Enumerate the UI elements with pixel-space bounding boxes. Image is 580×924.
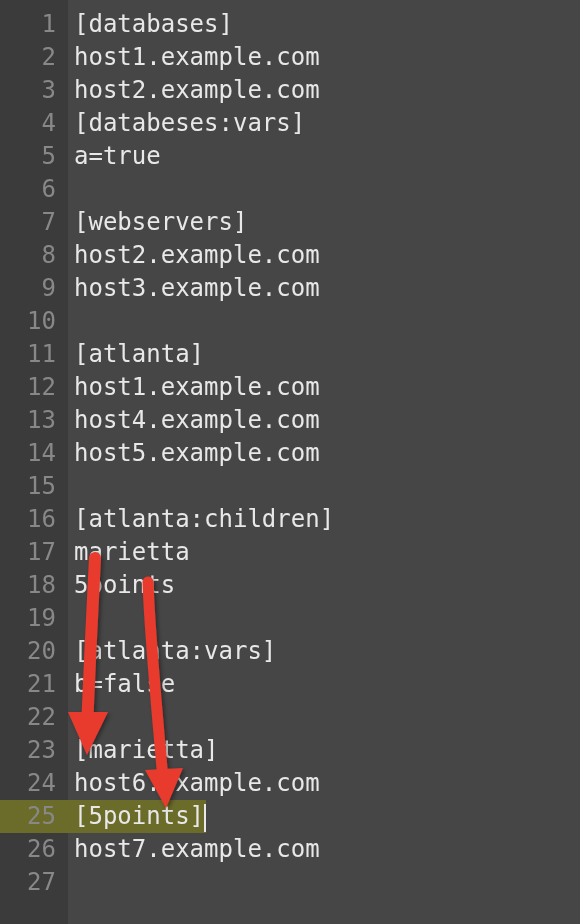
code-line[interactable]: marietta — [68, 536, 580, 569]
line-number: 3 — [0, 74, 68, 107]
code-line[interactable] — [68, 602, 580, 635]
code-line[interactable]: host7.example.com — [68, 833, 580, 866]
line-number: 6 — [0, 173, 68, 206]
code-line[interactable]: [webservers] — [68, 206, 580, 239]
code-line[interactable]: host6.example.com — [68, 767, 580, 800]
code-line[interactable]: b=false — [68, 668, 580, 701]
code-line[interactable]: host2.example.com — [68, 74, 580, 107]
code-line[interactable]: [atlanta] — [68, 338, 580, 371]
code-line[interactable]: [marietta] — [68, 734, 580, 767]
code-line[interactable]: host1.example.com — [68, 371, 580, 404]
line-number-gutter: 1 2 3 4 5 6 7 8 9 10 11 12 13 14 15 16 1… — [0, 0, 68, 924]
line-number: 13 — [0, 404, 68, 437]
code-editor[interactable]: 1 2 3 4 5 6 7 8 9 10 11 12 13 14 15 16 1… — [0, 0, 580, 924]
code-line[interactable]: host5.example.com — [68, 437, 580, 470]
code-line[interactable]: 5points — [68, 569, 580, 602]
line-number: 10 — [0, 305, 68, 338]
code-line[interactable]: host2.example.com — [68, 239, 580, 272]
line-number: 9 — [0, 272, 68, 305]
code-line[interactable]: host3.example.com — [68, 272, 580, 305]
line-number: 20 — [0, 635, 68, 668]
code-line-current[interactable]: [5points] — [68, 800, 580, 833]
line-number: 16 — [0, 503, 68, 536]
code-line[interactable] — [68, 701, 580, 734]
line-number: 21 — [0, 668, 68, 701]
line-number: 8 — [0, 239, 68, 272]
code-area[interactable]: [databases] host1.example.com host2.exam… — [68, 0, 580, 924]
code-line[interactable]: host1.example.com — [68, 41, 580, 74]
line-number: 19 — [0, 602, 68, 635]
line-number: 26 — [0, 833, 68, 866]
line-number: 12 — [0, 371, 68, 404]
code-line[interactable] — [68, 173, 580, 206]
line-number: 11 — [0, 338, 68, 371]
code-line[interactable]: [databases] — [68, 8, 580, 41]
code-text: [5points] — [74, 802, 204, 830]
line-number-current: 25 — [0, 800, 68, 833]
line-number: 2 — [0, 41, 68, 74]
code-line[interactable] — [68, 305, 580, 338]
line-number: 14 — [0, 437, 68, 470]
code-line[interactable]: host4.example.com — [68, 404, 580, 437]
code-line[interactable]: a=true — [68, 140, 580, 173]
text-cursor — [204, 804, 206, 832]
line-number: 1 — [0, 8, 68, 41]
line-number: 18 — [0, 569, 68, 602]
line-number: 23 — [0, 734, 68, 767]
code-line[interactable]: [atlanta:vars] — [68, 635, 580, 668]
line-number: 22 — [0, 701, 68, 734]
code-line[interactable] — [68, 866, 580, 899]
line-number: 5 — [0, 140, 68, 173]
line-number: 27 — [0, 866, 68, 899]
line-number: 24 — [0, 767, 68, 800]
code-line[interactable]: [databeses:vars] — [68, 107, 580, 140]
line-number: 7 — [0, 206, 68, 239]
code-line[interactable]: [atlanta:children] — [68, 503, 580, 536]
line-number: 17 — [0, 536, 68, 569]
code-line[interactable] — [68, 470, 580, 503]
line-number: 15 — [0, 470, 68, 503]
line-number: 4 — [0, 107, 68, 140]
